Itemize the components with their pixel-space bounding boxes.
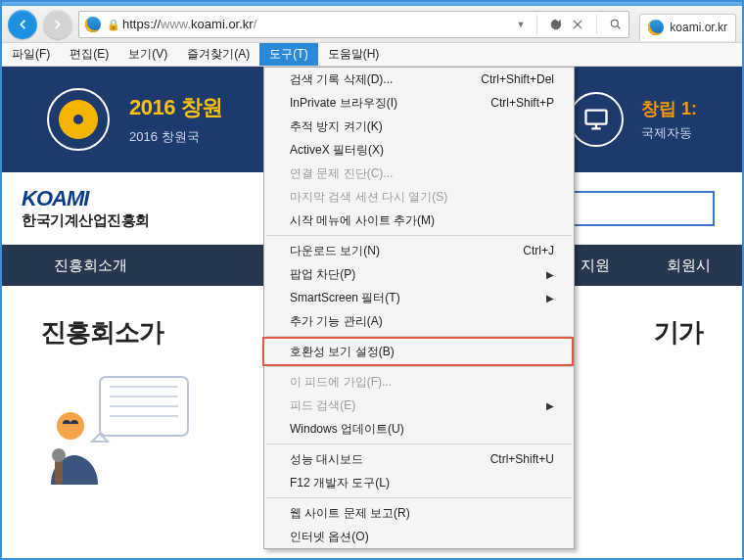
menu-도구(T)[interactable]: 도구(T) [259, 43, 317, 66]
menu-separator [266, 336, 572, 337]
menu-item: 피드 검색(E)▶ [264, 394, 574, 417]
banner-left: 2016 창원 2016 창원국 [47, 88, 223, 151]
forward-button[interactable] [43, 10, 72, 39]
menu-item[interactable]: InPrivate 브라우징(I)Ctrl+Shift+P [264, 91, 574, 115]
banner-left-text: 2016 창원 2016 창원국 [129, 93, 223, 146]
menu-item-label: 추적 방지 켜기(K) [290, 118, 383, 135]
menu-파일(F)[interactable]: 파일(F) [2, 43, 60, 66]
menu-보기(V)[interactable]: 보기(V) [118, 43, 177, 66]
menu-item[interactable]: 검색 기록 삭제(D)...Ctrl+Shift+Del [264, 68, 574, 91]
address-bar[interactable]: 🔒https://www.koami.or.kr/ ▼ [78, 11, 629, 38]
nav-intro[interactable]: 진흥회소개 [2, 257, 178, 275]
menu-item: 이 피드에 가입(F)... [264, 370, 574, 394]
menu-즐겨찾기(A)[interactable]: 즐겨찾기(A) [177, 43, 259, 66]
submenu-arrow-icon: ▶ [546, 269, 554, 280]
gear-icon [47, 88, 110, 151]
menu-item-label: 호환성 보기 설정(B) [290, 344, 395, 360]
nav-toolbar: 🔒https://www.koami.or.kr/ ▼ koami.or.kr [2, 6, 742, 43]
submenu-arrow-icon: ▶ [546, 293, 554, 303]
ie-icon [85, 17, 101, 32]
menu-item-label: 추가 기능 관리(A) [290, 313, 383, 330]
content-right: 기가 [654, 315, 703, 485]
menu-separator [266, 497, 572, 498]
menu-item[interactable]: 시작 메뉴에 사이트 추가(M) [264, 209, 574, 232]
menu-편집(E)[interactable]: 편집(E) [60, 43, 118, 66]
menu-shortcut: Ctrl+Shift+Del [481, 72, 554, 86]
menu-item-label: SmartScreen 필터(T) [290, 290, 400, 306]
menu-item-label: 다운로드 보기(N) [290, 243, 380, 259]
site-logo[interactable]: KOAMI 한국기계산업진흥회 [22, 186, 150, 230]
menu-item[interactable]: 추가 기능 관리(A) [264, 309, 574, 333]
content-left-heading: 진흥회소가 [41, 315, 198, 350]
menu-item[interactable]: ActiveX 필터링(X) [264, 138, 574, 162]
refresh-icon[interactable] [549, 18, 563, 31]
tab-label: koami.or.kr [670, 21, 727, 34]
tools-dropdown: 검색 기록 삭제(D)...Ctrl+Shift+DelInPrivate 브라… [263, 67, 575, 549]
svg-rect-2 [585, 111, 606, 124]
svg-point-6 [52, 448, 66, 462]
menu-item[interactable]: SmartScreen 필터(T)▶ [264, 286, 574, 309]
menu-item[interactable]: Windows 업데이트(U) [264, 417, 574, 441]
menu-item: 연결 문제 진단(C)... [264, 162, 574, 185]
menu-item-label: 연결 문제 진단(C)... [290, 165, 393, 182]
menu-bar: 파일(F)편집(E)보기(V)즐겨찾기(A)도구(T)도움말(H) [2, 43, 742, 67]
menu-item-label: InPrivate 브라우징(I) [290, 95, 397, 112]
separator [536, 15, 537, 34]
menu-separator [266, 235, 572, 236]
menu-item[interactable]: F12 개발자 도구(L) [264, 471, 574, 494]
nav-member[interactable]: 회원시 [634, 257, 742, 275]
menu-item-label: 웹 사이트 문제 보고(R) [290, 505, 410, 522]
address-tools: ▼ [516, 15, 623, 34]
menu-item[interactable]: 팝업 차단(P)▶ [264, 262, 574, 286]
monitor-icon [569, 92, 624, 147]
banner-right-text: 창립 1: 국제자동 [641, 97, 697, 142]
menu-item-label: 이 피드에 가입(F)... [290, 374, 392, 391]
stop-icon[interactable] [571, 18, 584, 31]
menu-shortcut: Ctrl+Shift+P [490, 96, 554, 110]
menu-item-label: Windows 업데이트(U) [290, 421, 404, 438]
banner-left-sub: 2016 창원국 [129, 128, 223, 146]
ie-icon [648, 20, 664, 35]
logo-main: KOAMI [22, 186, 150, 211]
menu-item[interactable]: 인터넷 옵션(O) [264, 525, 574, 548]
separator [596, 15, 597, 34]
banner-left-title: 2016 창원 [129, 93, 223, 122]
lock-icon: 🔒 [107, 19, 120, 30]
menu-item-label: ActiveX 필터링(X) [290, 142, 384, 159]
menu-item-label: 마지막 검색 세션 다시 열기(S) [290, 189, 447, 206]
menu-item-label: 검색 기록 삭제(D)... [290, 71, 393, 88]
menu-item-label: 시작 메뉴에 사이트 추가(M) [290, 212, 435, 229]
svg-point-0 [612, 20, 619, 26]
svg-rect-5 [55, 459, 63, 485]
logo-sub: 한국기계산업진흥회 [22, 211, 150, 230]
menu-item[interactable]: 웹 사이트 문제 보고(R) [264, 501, 574, 525]
menu-item-label: 인터넷 옵션(O) [290, 529, 369, 545]
menu-item[interactable]: 다운로드 보기(N)Ctrl+J [264, 239, 574, 262]
submenu-arrow-icon: ▶ [546, 400, 554, 411]
menu-item[interactable]: 호환성 보기 설정(B) [264, 340, 574, 363]
illustration [41, 367, 198, 485]
banner-right-sub: 국제자동 [641, 124, 697, 142]
menu-item: 마지막 검색 세션 다시 열기(S) [264, 185, 574, 209]
tab-strip: koami.or.kr [639, 6, 736, 43]
menu-separator [266, 366, 572, 367]
back-button[interactable] [8, 10, 37, 39]
svg-point-4 [57, 412, 84, 440]
menu-도움말(H)[interactable]: 도움말(H) [318, 43, 390, 66]
menu-shortcut: Ctrl+Shift+U [490, 452, 554, 466]
content-left: 진흥회소가 [41, 315, 198, 485]
menu-item[interactable]: 성능 대시보드Ctrl+Shift+U [264, 447, 574, 471]
menu-item-label: 성능 대시보드 [290, 451, 363, 468]
menu-item-label: 피드 검색(E) [290, 397, 355, 414]
content-right-heading: 기가 [654, 315, 703, 350]
page-content: 2016 창원 2016 창원국 창립 1: 국제자동 KOAMI 한국기계산업… [2, 67, 742, 560]
address-text: 🔒https://www.koami.or.kr/ [107, 17, 256, 31]
tab-koami[interactable]: koami.or.kr [639, 14, 736, 41]
menu-item[interactable]: 추적 방지 켜기(K) [264, 115, 574, 138]
banner-right-title: 창립 1: [641, 97, 697, 120]
menu-separator [266, 443, 572, 444]
menu-item-label: F12 개발자 도구(L) [290, 475, 390, 491]
search-icon[interactable] [609, 18, 623, 31]
dropdown-arrow-icon[interactable]: ▼ [516, 20, 525, 29]
menu-shortcut: Ctrl+J [523, 244, 554, 257]
